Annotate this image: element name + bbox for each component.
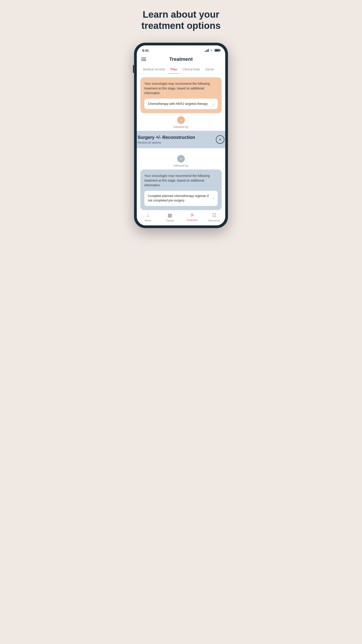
signal-icon <box>205 49 209 52</box>
second-followed-by-section: ∨ followed by <box>140 152 222 170</box>
tab-clinical-trials[interactable]: Clinical trials <box>180 65 203 74</box>
treatment-icon: ⚞ <box>190 212 194 218</box>
page-headline: Learn about your treatment options <box>141 9 221 32</box>
surgery-card-content: Surgery +/- Reconstruction Review all op… <box>138 135 216 144</box>
app-title: Treatment <box>169 56 193 62</box>
tab-plan[interactable]: Plan <box>168 65 180 74</box>
resources-icon: ☷ <box>212 212 217 218</box>
screen-content: Your onocologist may recommend the follo… <box>137 74 225 131</box>
nav-label-treatment: Treatment <box>187 219 198 222</box>
tabs-bar: Medical records Plan Clinical trials Gen… <box>137 65 225 74</box>
second-chevron-right-icon: › <box>213 196 214 200</box>
first-followed-by-section: ∨ followed by <box>140 113 222 131</box>
nav-item-treatment[interactable]: ⚞ Treatment <box>181 212 203 222</box>
nav-label-tracker: Tracker <box>166 219 174 222</box>
second-chevron-down-circle: ∨ <box>177 155 185 162</box>
nav-item-home[interactable]: ⌂ Home <box>137 212 159 222</box>
first-chevron-right-icon: › <box>213 102 214 106</box>
second-recommendation-text: Your onocologist may recommend the follo… <box>144 174 218 188</box>
battery-icon <box>215 49 220 52</box>
nav-item-tracker[interactable]: ▦ Tracker <box>159 212 181 222</box>
first-recommendation-text: Your onocologist may recommend the follo… <box>144 82 218 96</box>
phone-screen: 9:41 ∿ Treatment <box>137 46 225 226</box>
status-icons: ∿ <box>205 48 220 52</box>
nav-label-home: Home <box>145 219 151 222</box>
surgery-title: Surgery +/- Reconstruction <box>138 135 216 140</box>
first-treatment-option-text: Chemotherapy with HER2 targeted therapy <box>148 102 211 106</box>
second-recommendation-card: Your onocologist may recommend the follo… <box>140 170 222 210</box>
surgery-add-button[interactable]: + <box>216 135 224 144</box>
home-icon: ⌂ <box>146 212 149 218</box>
second-treatment-option-button[interactable]: Complete planned chemotherapy regiman if… <box>144 191 218 206</box>
surgery-subtitle: Review all options <box>138 141 216 144</box>
tracker-icon: ▦ <box>168 212 172 218</box>
app-header: Treatment <box>137 54 225 65</box>
nav-label-resources: Resources <box>208 219 220 222</box>
add-icon: + <box>219 137 221 142</box>
bottom-nav: ⌂ Home ▦ Tracker ⚞ Treatment ☷ Resources <box>137 210 225 226</box>
second-followed-by-text: followed by <box>174 164 188 167</box>
status-bar: 9:41 ∿ <box>137 46 225 54</box>
wifi-icon: ∿ <box>210 48 213 52</box>
first-followed-by-text: followed by <box>174 125 188 128</box>
first-chevron-down-circle: ∨ <box>177 116 185 124</box>
second-treatment-option-text: Complete planned chemotherapy regiman if… <box>148 194 211 202</box>
first-treatment-option-button[interactable]: Chemotherapy with HER2 targeted therapy … <box>144 98 218 109</box>
first-recommendation-card: Your onocologist may recommend the follo… <box>140 77 222 113</box>
screen-content-2: ∨ followed by Your onocologist may recom… <box>137 148 225 210</box>
tab-genetics[interactable]: Genet <box>203 65 217 74</box>
phone-frame: 9:41 ∿ Treatment <box>134 43 228 228</box>
surgery-card: Surgery +/- Reconstruction Review all op… <box>137 131 225 148</box>
hamburger-icon[interactable] <box>141 58 146 61</box>
tab-medical-records[interactable]: Medical records <box>140 65 168 74</box>
nav-item-resources[interactable]: ☷ Resources <box>203 212 225 222</box>
status-time: 9:41 <box>142 48 149 52</box>
